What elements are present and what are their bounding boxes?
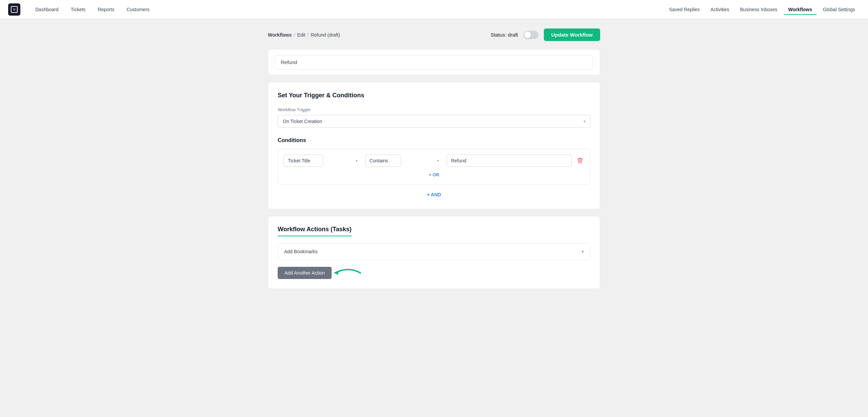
and-row: + AND (278, 190, 590, 199)
status-toggle[interactable] (524, 31, 538, 39)
condition-operator-select[interactable]: Contains (365, 155, 401, 167)
accordion-chevron-icon: ▾ (581, 249, 584, 254)
breadcrumb-workflows[interactable]: Workflows (268, 32, 292, 38)
delete-condition-button[interactable] (576, 156, 585, 166)
trigger-section-title: Set Your Trigger & Conditions (278, 92, 590, 99)
condition-field-chevron-icon: ▾ (356, 159, 358, 163)
arrow-annotation-icon (332, 263, 366, 283)
add-another-action-button[interactable]: Add Another Action (278, 267, 332, 279)
nav-item-saved-replies[interactable]: Saved Replies (664, 4, 704, 15)
add-action-annotation: Add Another Action (278, 267, 332, 279)
breadcrumb-edit[interactable]: Edit (297, 32, 305, 38)
trigger-label: Workflow Trigger (278, 107, 590, 112)
nav-left: Dashboard Tickets Reports Customers (30, 4, 155, 15)
add-action-row: Add Another Action (278, 267, 590, 279)
toggle-knob (524, 32, 531, 38)
accordion-header[interactable]: Add Bookmarks ▾ (278, 243, 590, 260)
condition-field-select[interactable]: Ticket Title (283, 155, 323, 167)
workflow-name-input[interactable] (275, 55, 593, 70)
nav-item-activities[interactable]: Activities (706, 4, 734, 15)
nav-item-tickets[interactable]: Tickets (65, 4, 91, 15)
breadcrumb-current: Refund (draft) (311, 32, 340, 38)
conditions-title: Conditions (278, 137, 590, 143)
nav-item-dashboard[interactable]: Dashboard (30, 4, 64, 15)
actions-title: Workflow Actions (Tasks) (278, 226, 352, 236)
nav-right: Saved Replies Activities Business Inboxe… (664, 4, 860, 15)
update-workflow-button[interactable]: Update Workflow (544, 28, 600, 41)
header-right: Status: draft Update Workflow (491, 28, 600, 41)
nav-item-customers[interactable]: Customers (121, 4, 155, 15)
nav-item-business-inboxes[interactable]: Business Inboxes (735, 4, 782, 15)
breadcrumb: Workflows / Edit / Refund (draft) (268, 32, 340, 38)
accordion-label: Add Bookmarks (284, 249, 318, 254)
workflow-actions-card: Workflow Actions (Tasks) Add Bookmarks ▾… (268, 216, 600, 289)
nav-item-global-settings[interactable]: Global Settings (818, 4, 860, 15)
condition-operator-chevron-icon: ▾ (437, 159, 439, 163)
workflow-name-card (268, 49, 600, 75)
add-bookmarks-accordion: Add Bookmarks ▾ (278, 243, 590, 260)
conditions-box: Ticket Title ▾ Contains ▾ (278, 149, 590, 184)
breadcrumb-sep1: / (294, 32, 295, 38)
condition-row: Ticket Title ▾ Contains ▾ (283, 155, 585, 167)
breadcrumb-sep2: / (308, 32, 309, 38)
nav-item-reports[interactable]: Reports (92, 4, 120, 15)
nav-item-workflows[interactable]: Workflows (784, 4, 817, 15)
condition-operator-wrapper: Contains ▾ (365, 155, 443, 167)
or-button[interactable]: + OR (426, 171, 442, 179)
and-button[interactable]: + AND (423, 190, 445, 199)
navbar: Dashboard Tickets Reports Customers Save… (0, 0, 868, 19)
page-header-row: Workflows / Edit / Refund (draft) Status… (268, 28, 600, 41)
app-logo[interactable] (8, 3, 20, 16)
status-label: Status: draft (491, 32, 518, 38)
page-content: Workflows / Edit / Refund (draft) Status… (261, 19, 607, 316)
trigger-select[interactable]: On Ticket Creation (278, 115, 590, 128)
trigger-select-wrapper: On Ticket Creation ▾ (278, 115, 590, 128)
condition-field-wrapper: Ticket Title ▾ (283, 155, 361, 167)
condition-value-input[interactable] (447, 155, 572, 167)
trigger-conditions-card: Set Your Trigger & Conditions Workflow T… (268, 82, 600, 209)
